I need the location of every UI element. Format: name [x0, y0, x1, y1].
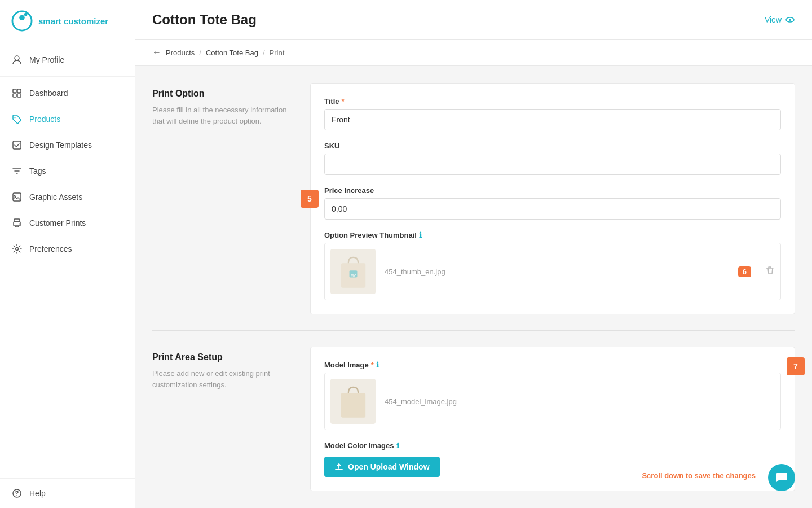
- eye-icon: [785, 15, 795, 25]
- print-option-section: Print Option Please fill in all the nece…: [152, 83, 795, 314]
- svg-rect-7: [17, 94, 21, 97]
- sidebar-item-graphic-assets[interactable]: Graphic Assets: [0, 184, 135, 210]
- sidebar-item-label: Help: [29, 489, 46, 498]
- print-area-desc: Please add new or edit existing print cu…: [152, 368, 293, 390]
- price-group: Price Increase: [324, 186, 781, 220]
- sidebar-item-customer-prints[interactable]: Customer Prints: [0, 210, 135, 236]
- model-image-label: Model Image * ℹ: [324, 361, 781, 369]
- sidebar-item-label: Dashboard: [29, 89, 68, 98]
- sidebar-item-label: Design Templates: [29, 141, 92, 150]
- svg-point-8: [15, 117, 16, 119]
- sidebar-item-my-profile[interactable]: My Profile: [0, 47, 135, 73]
- model-filename: 454_model_image.jpg: [385, 397, 457, 406]
- breadcrumb-products[interactable]: Products: [166, 49, 195, 57]
- help-icon: [11, 488, 23, 499]
- model-color-label: Model Color Images ℹ: [324, 441, 781, 450]
- svg-point-17: [16, 495, 17, 496]
- model-image-preview: [330, 379, 376, 424]
- breadcrumb-product-name[interactable]: Cotton Tote Bag: [206, 49, 258, 57]
- thumbnail-filename: 454_thumb_en.jpg: [385, 268, 729, 276]
- sidebar-item-label: Preferences: [29, 244, 72, 253]
- graphic-icon: [11, 191, 23, 203]
- print-option-desc: Please fill in all the necessary informa…: [152, 104, 293, 126]
- sidebar-item-tags[interactable]: Tags: [0, 158, 135, 184]
- sidebar-item-design-templates[interactable]: Design Templates: [0, 132, 135, 158]
- print-area-section: Print Area Setup Please add new or edit …: [152, 347, 795, 491]
- logo-text: smart customizer: [38, 16, 108, 26]
- breadcrumb-sep: /: [199, 49, 201, 57]
- chat-icon: [775, 471, 788, 484]
- svg-point-11: [15, 195, 16, 197]
- delete-thumbnail-button[interactable]: [765, 265, 775, 278]
- svg-rect-9: [13, 141, 21, 149]
- print-option-title: Print Option: [152, 89, 293, 99]
- logo-area: smart customizer: [0, 0, 135, 42]
- chat-button[interactable]: [768, 464, 795, 491]
- breadcrumb: ← Products / Cotton Tote Bag / Print: [135, 40, 812, 66]
- thumbnail-row: MV 454_thumb_en.jpg 6: [324, 243, 781, 300]
- thumbnail-preview: MV: [330, 249, 376, 294]
- title-input[interactable]: [324, 109, 781, 130]
- model-image-group: Model Image * ℹ 454_model_image.jpg: [324, 361, 781, 430]
- thumbnail-label: Option Preview Thumbnail ℹ: [324, 231, 781, 239]
- upload-icon: [334, 462, 343, 471]
- sidebar: smart customizer My Profile Dashboard Pr…: [0, 0, 135, 508]
- print-area-fields: 7 Model Image * ℹ: [310, 347, 795, 491]
- tag-icon: [11, 113, 23, 125]
- sidebar-nav: My Profile Dashboard Products Design Tem…: [0, 42, 135, 478]
- info-icon: ℹ: [419, 231, 422, 239]
- print-area-label: Print Area Setup Please add new or edit …: [152, 347, 293, 491]
- step-badge-6: 6: [738, 266, 751, 277]
- logo-icon: [11, 10, 33, 32]
- print-option-label: Print Option Please fill in all the nece…: [152, 83, 293, 314]
- design-icon: [11, 139, 23, 151]
- title-label: Title *: [324, 97, 781, 106]
- svg-point-3: [15, 56, 19, 60]
- thumbnail-group: Option Preview Thumbnail ℹ MV 4: [324, 231, 781, 300]
- scroll-hint: Scroll down to save the changes: [642, 471, 756, 480]
- main-content: Cotton Tote Bag View ← Products / Cotton…: [135, 0, 812, 508]
- svg-point-15: [16, 248, 19, 251]
- svg-rect-4: [13, 89, 16, 93]
- print-option-fields: 5 Title * SKU: [310, 83, 795, 314]
- view-button[interactable]: View: [765, 15, 795, 25]
- open-upload-window-button[interactable]: Open Upload Window: [324, 457, 440, 477]
- required-marker: *: [371, 361, 374, 369]
- price-input[interactable]: [324, 198, 781, 220]
- title-group: Title *: [324, 97, 781, 130]
- upload-btn-label: Open Upload Window: [348, 462, 430, 471]
- content-body: Print Option Please fill in all the nece…: [135, 66, 812, 508]
- sidebar-item-preferences[interactable]: Preferences: [0, 236, 135, 262]
- back-button[interactable]: ←: [152, 47, 161, 58]
- gear-icon: [11, 243, 23, 255]
- svg-rect-6: [13, 94, 16, 97]
- nav-divider: [0, 76, 135, 77]
- top-header: Cotton Tote Bag View: [135, 0, 812, 40]
- sidebar-item-dashboard[interactable]: Dashboard: [0, 80, 135, 106]
- dashboard-icon: [11, 87, 23, 99]
- sidebar-item-label: Customer Prints: [29, 218, 86, 227]
- sidebar-item-label: Tags: [29, 167, 46, 176]
- svg-rect-5: [17, 89, 21, 93]
- section-divider: [152, 330, 795, 331]
- view-label: View: [765, 15, 782, 24]
- svg-rect-23: [341, 393, 365, 417]
- svg-point-0: [12, 11, 32, 30]
- model-image-wrapper: 454_model_image.jpg: [324, 373, 781, 430]
- svg-point-1: [19, 15, 25, 21]
- svg-rect-10: [13, 193, 21, 201]
- sidebar-item-label: Graphic Assets: [29, 192, 82, 202]
- model-info-icon: ℹ: [376, 361, 379, 369]
- page-title: Cotton Tote Bag: [152, 12, 257, 28]
- sidebar-item-products[interactable]: Products: [0, 106, 135, 132]
- price-label: Price Increase: [324, 186, 781, 195]
- help-item[interactable]: Help: [0, 478, 135, 508]
- step-badge-5: 5: [301, 190, 319, 208]
- required-marker: *: [342, 97, 345, 106]
- breadcrumb-sep2: /: [263, 49, 265, 57]
- svg-text:MV: MV: [350, 273, 355, 277]
- svg-point-2: [24, 13, 28, 16]
- sku-input[interactable]: [324, 154, 781, 175]
- user-icon: [11, 54, 23, 65]
- breadcrumb-current: Print: [270, 49, 285, 57]
